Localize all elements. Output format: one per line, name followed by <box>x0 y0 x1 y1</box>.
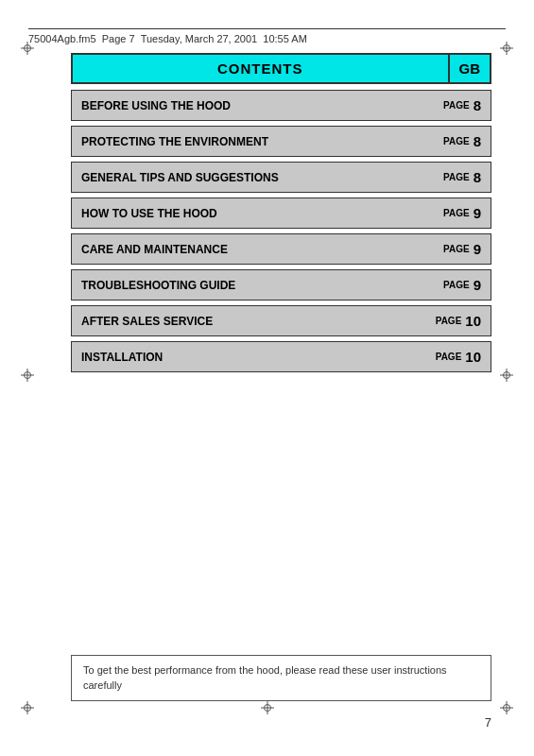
page-word-0: PAGE <box>443 100 470 111</box>
toc-page-3: PAGE 9 <box>434 198 491 228</box>
toc-page-2: PAGE 8 <box>434 163 491 192</box>
toc-page-5: PAGE 9 <box>434 270 491 300</box>
page-container: 75004Agb.fm5 Page 7 Tuesday, March 27, 2… <box>0 0 534 756</box>
page-num-5: 9 <box>474 277 481 293</box>
toc-label-1: PROTECTING THE ENVIRONMENT <box>72 127 434 156</box>
toc-label-6: AFTER SALES SERVICE <box>72 306 426 335</box>
toc-row-6: AFTER SALES SERVICE PAGE 10 <box>71 305 491 336</box>
toc-page-6: PAGE 10 <box>426 306 491 335</box>
toc-label-7: INSTALLATION <box>72 342 426 371</box>
page-word-3: PAGE <box>443 208 470 218</box>
page-word-7: PAGE <box>436 352 462 362</box>
page-word-6: PAGE <box>436 316 462 326</box>
toc-row-2: GENERAL TIPS AND SUGGESTIONS PAGE 8 <box>71 162 491 193</box>
corner-cross-bm <box>261 701 274 714</box>
page-word-1: PAGE <box>443 136 470 146</box>
contents-gb-label: GB <box>448 55 491 82</box>
toc-page-1: PAGE 8 <box>434 127 491 156</box>
page-num-7: 10 <box>465 349 481 365</box>
page-word-2: PAGE <box>443 172 470 182</box>
toc-label-4: CARE AND MAINTENANCE <box>72 234 434 264</box>
page-num-2: 8 <box>474 169 481 185</box>
corner-cross-br <box>500 701 513 714</box>
page-number: 7 <box>485 715 491 730</box>
toc-label-3: HOW TO USE THE HOOD <box>72 198 434 228</box>
page-num-4: 9 <box>474 241 481 257</box>
toc-page-0: PAGE 8 <box>434 91 491 120</box>
footer-note: To get the best performance from the hoo… <box>71 655 491 701</box>
toc-row-7: INSTALLATION PAGE 10 <box>71 341 491 372</box>
toc-page-7: PAGE 10 <box>426 342 491 371</box>
contents-title: CONTENTS <box>73 55 448 82</box>
header-date: Tuesday, March 27, 2001 <box>141 33 258 44</box>
toc-page-4: PAGE 9 <box>434 234 491 264</box>
main-content: CONTENTS GB BEFORE USING THE HOOD PAGE 8… <box>71 53 491 377</box>
header-bar: 75004Agb.fm5 Page 7 Tuesday, March 27, 2… <box>28 28 506 44</box>
corner-cross-ml <box>21 369 34 382</box>
toc-row-1: PROTECTING THE ENVIRONMENT PAGE 8 <box>71 126 491 157</box>
toc-label-0: BEFORE USING THE HOOD <box>72 91 434 120</box>
toc-label-2: GENERAL TIPS AND SUGGESTIONS <box>72 163 434 192</box>
page-num-6: 10 <box>465 313 481 329</box>
page-num-1: 8 <box>474 133 481 149</box>
page-word-4: PAGE <box>443 244 470 254</box>
header-filename: 75004Agb.fm5 <box>28 33 96 44</box>
toc-row-0: BEFORE USING THE HOOD PAGE 8 <box>71 90 491 121</box>
toc-row-5: TROUBLESHOOTING GUIDE PAGE 9 <box>71 269 491 301</box>
toc-label-5: TROUBLESHOOTING GUIDE <box>72 270 434 300</box>
header-page-info: Page 7 <box>102 33 135 44</box>
corner-cross-mr <box>500 369 513 382</box>
toc-row-3: HOW TO USE THE HOOD PAGE 9 <box>71 198 491 229</box>
footer-note-text: To get the best performance from the hoo… <box>83 664 447 690</box>
page-num-3: 9 <box>474 205 481 221</box>
contents-header: CONTENTS GB <box>71 53 491 84</box>
corner-cross-bl <box>21 701 34 714</box>
toc-row-4: CARE AND MAINTENANCE PAGE 9 <box>71 233 491 265</box>
page-word-5: PAGE <box>443 280 470 290</box>
page-num-0: 8 <box>474 97 481 113</box>
header-time: 10:55 AM <box>263 33 306 44</box>
